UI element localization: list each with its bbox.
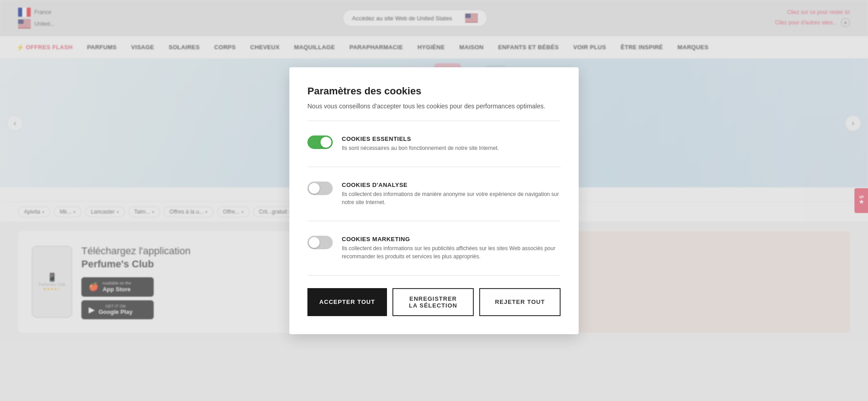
essential-toggle-thumb [321, 137, 331, 148]
save-selection-button[interactable]: ENREGISTRER LA SÉLECTION [392, 288, 474, 316]
cookie-divider-4 [307, 275, 561, 275]
marketing-cookie-text: COOKIES MARKETING Ils collectent des inf… [342, 236, 561, 261]
marketing-toggle-thumb [309, 237, 320, 248]
essential-cookie-title: COOKIES ESSENTIELS [342, 135, 499, 142]
analytics-toggle-thumb [309, 183, 320, 194]
analytics-cookie-description: Ils collectent des informations de maniè… [342, 190, 561, 206]
cookie-row-essential: COOKIES ESSENTIELS Ils sont nécessaires … [307, 128, 561, 159]
cookie-overlay: Paramètres des cookies Nous vous conseil… [0, 0, 868, 401]
accept-all-button[interactable]: ACCEPTER TOUT [307, 288, 387, 316]
modal-buttons: ACCEPTER TOUT ENREGISTRER LA SÉLECTION R… [307, 288, 561, 316]
cookie-divider-1 [307, 121, 561, 121]
analytics-cookie-toggle[interactable] [307, 182, 333, 195]
cookie-divider-2 [307, 167, 561, 167]
cookie-modal-title: Paramètres des cookies [307, 85, 561, 97]
essential-cookie-text: COOKIES ESSENTIELS Ils sont nécessaires … [342, 135, 499, 152]
analytics-cookie-title: COOKIES D'ANALYSE [342, 182, 561, 188]
cookie-modal-intro: Nous vous conseillons d'accepter tous le… [307, 103, 561, 110]
marketing-cookie-toggle[interactable] [307, 236, 333, 249]
cookie-row-marketing: COOKIES MARKETING Ils collectent des inf… [307, 228, 561, 268]
essential-cookie-toggle[interactable] [307, 135, 333, 149]
cookie-divider-3 [307, 221, 561, 221]
cookie-modal: Paramètres des cookies Nous vous conseil… [289, 67, 579, 334]
marketing-cookie-description: Ils collectent des informations sur les … [342, 244, 561, 261]
cookie-row-analytics: COOKIES D'ANALYSE Ils collectent des inf… [307, 174, 561, 214]
reject-all-button[interactable]: REJETER TOUT [479, 288, 561, 316]
marketing-cookie-title: COOKIES MARKETING [342, 236, 561, 242]
essential-cookie-description: Ils sont nécessaires au bon fonctionneme… [342, 144, 499, 152]
analytics-cookie-text: COOKIES D'ANALYSE Ils collectent des inf… [342, 182, 561, 206]
